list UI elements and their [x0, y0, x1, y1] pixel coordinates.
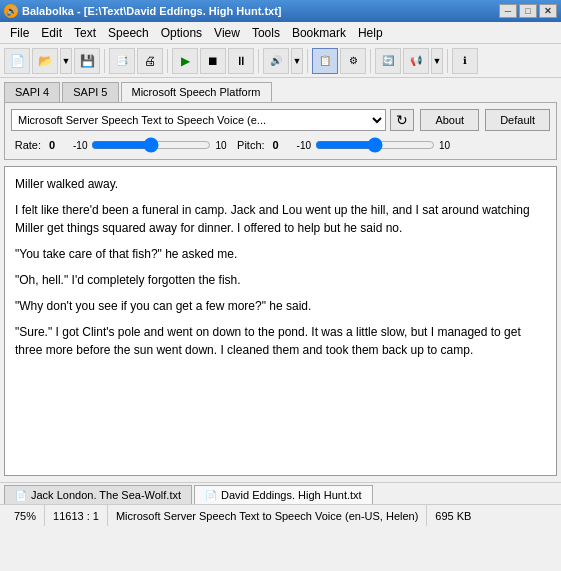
pitch-slider-container: -10 10: [297, 137, 451, 153]
rate-slider[interactable]: [91, 137, 211, 153]
save-drop-button[interactable]: ▼: [60, 48, 72, 74]
text-paragraph-1: Miller walked away.: [15, 175, 546, 193]
tools-drop-button[interactable]: 📢: [403, 48, 429, 74]
new-button[interactable]: 📄: [4, 48, 30, 74]
menu-speech[interactable]: Speech: [102, 24, 155, 42]
titlebar-left: 🔊 Balabolka - [E:\Text\David Eddings. Hi…: [4, 4, 282, 18]
tools-drop2-button[interactable]: ▼: [431, 48, 443, 74]
menu-tools[interactable]: Tools: [246, 24, 286, 42]
voice-status: Microsoft Server Speech Text to Speech V…: [116, 510, 418, 522]
statusbar: 75% 11613 : 1 Microsoft Server Speech Te…: [0, 504, 561, 526]
refresh-voices-button[interactable]: ↻: [390, 109, 414, 131]
doc-tab-sea-wolf-label: Jack London. The Sea-Wolf.txt: [31, 489, 181, 501]
doc-tab-sea-wolf-icon: 📄: [15, 490, 27, 501]
app-icon: 🔊: [4, 4, 18, 18]
titlebar: 🔊 Balabolka - [E:\Text\David Eddings. Hi…: [0, 0, 561, 22]
text-paragraph-4: "Oh, hell." I'd completely forgotten the…: [15, 271, 546, 289]
status-zoom: 75%: [6, 505, 45, 526]
pitch-label: Pitch:: [235, 139, 265, 151]
text-area-wrapper[interactable]: Miller walked away. I felt like there'd …: [4, 166, 557, 476]
doc-tabs: 📄 Jack London. The Sea-Wolf.txt 📄 David …: [0, 482, 561, 504]
convert-button[interactable]: 📑: [109, 48, 135, 74]
doc-tab-high-hunt[interactable]: 📄 David Eddings. High Hunt.txt: [194, 485, 373, 504]
titlebar-controls: ─ □ ✕: [499, 4, 557, 18]
toolbar-sep-3: [258, 49, 259, 73]
default-button[interactable]: Default: [485, 109, 550, 131]
pause-button[interactable]: ⏸: [228, 48, 254, 74]
doc-tab-sea-wolf[interactable]: 📄 Jack London. The Sea-Wolf.txt: [4, 485, 192, 504]
voice-panel: Microsoft Server Speech Text to Speech V…: [4, 102, 557, 160]
menu-edit[interactable]: Edit: [35, 24, 68, 42]
toolbar: 📄 📂 ▼ 💾 📑 🖨 ▶ ⏹ ⏸ 🔊 ▼ 📋 ⚙ 🔄 📢 ▼ ℹ: [0, 44, 561, 78]
text-paragraph-2: I felt like there'd been a funeral in ca…: [15, 201, 546, 237]
sapi-tabs: SAPI 4 SAPI 5 Microsoft Speech Platform: [0, 78, 561, 102]
titlebar-title: Balabolka - [E:\Text\David Eddings. High…: [22, 5, 282, 17]
open-button[interactable]: 📂: [32, 48, 58, 74]
menu-file[interactable]: File: [4, 24, 35, 42]
info-button[interactable]: ℹ: [452, 48, 478, 74]
position-value: 11613 : 1: [53, 510, 99, 522]
rate-max-label: 10: [215, 140, 226, 151]
text-content: Miller walked away. I felt like there'd …: [5, 167, 556, 375]
active-view-button[interactable]: 📋: [312, 48, 338, 74]
status-voice: Microsoft Server Speech Text to Speech V…: [108, 505, 427, 526]
print-button[interactable]: 🖨: [137, 48, 163, 74]
about-button[interactable]: About: [420, 109, 479, 131]
pitch-min-label: -10: [297, 140, 311, 151]
rate-slider-container: -10 10: [73, 137, 227, 153]
menubar: File Edit Text Speech Options View Tools…: [0, 22, 561, 44]
ms-speech-platform-tab[interactable]: Microsoft Speech Platform: [121, 82, 272, 102]
menu-view[interactable]: View: [208, 24, 246, 42]
zoom-value: 75%: [14, 510, 36, 522]
menu-options[interactable]: Options: [155, 24, 208, 42]
voice-dropdown[interactable]: Microsoft Server Speech Text to Speech V…: [11, 109, 386, 131]
voice-select-wrapper: Microsoft Server Speech Text to Speech V…: [11, 109, 414, 131]
rate-min-label: -10: [73, 140, 87, 151]
doc-tab-high-hunt-label: David Eddings. High Hunt.txt: [221, 489, 362, 501]
stop-button[interactable]: ⏹: [200, 48, 226, 74]
toolbar-sep-2: [167, 49, 168, 73]
sapi5-tab[interactable]: SAPI 5: [62, 82, 118, 102]
rate-value: 0: [49, 139, 65, 151]
maximize-button[interactable]: □: [519, 4, 537, 18]
close-button[interactable]: ✕: [539, 4, 557, 18]
audio-save-button[interactable]: 🔊: [263, 48, 289, 74]
toolbar-sep-6: [447, 49, 448, 73]
toolbar-sep-5: [370, 49, 371, 73]
file-size: 695 KB: [435, 510, 471, 522]
toolbar-sep-4: [307, 49, 308, 73]
text-paragraph-5: "Why don't you see if you can get a few …: [15, 297, 546, 315]
pitch-max-label: 10: [439, 140, 450, 151]
minimize-button[interactable]: ─: [499, 4, 517, 18]
text-paragraph-6: "Sure." I got Clint's pole and went on d…: [15, 323, 546, 359]
status-position: 11613 : 1: [45, 505, 108, 526]
doc-tab-high-hunt-icon: 📄: [205, 490, 217, 501]
menu-bookmark[interactable]: Bookmark: [286, 24, 352, 42]
text-paragraph-3: "You take care of that fish?" he asked m…: [15, 245, 546, 263]
save-button[interactable]: 💾: [74, 48, 100, 74]
sapi4-tab[interactable]: SAPI 4: [4, 82, 60, 102]
play-button[interactable]: ▶: [172, 48, 198, 74]
settings-button[interactable]: ⚙: [340, 48, 366, 74]
rate-label: Rate:: [11, 139, 41, 151]
rate-pitch-row: Rate: 0 -10 10 Pitch: 0 -10 10: [11, 137, 550, 153]
menu-help[interactable]: Help: [352, 24, 389, 42]
toolbar-sep-1: [104, 49, 105, 73]
menu-text[interactable]: Text: [68, 24, 102, 42]
pitch-value: 0: [273, 139, 289, 151]
app-icon-symbol: 🔊: [6, 6, 17, 16]
tools-button[interactable]: 🔄: [375, 48, 401, 74]
pitch-slider[interactable]: [315, 137, 435, 153]
status-size: 695 KB: [427, 505, 555, 526]
audio-drop-button[interactable]: ▼: [291, 48, 303, 74]
voice-selection-row: Microsoft Server Speech Text to Speech V…: [11, 109, 550, 131]
